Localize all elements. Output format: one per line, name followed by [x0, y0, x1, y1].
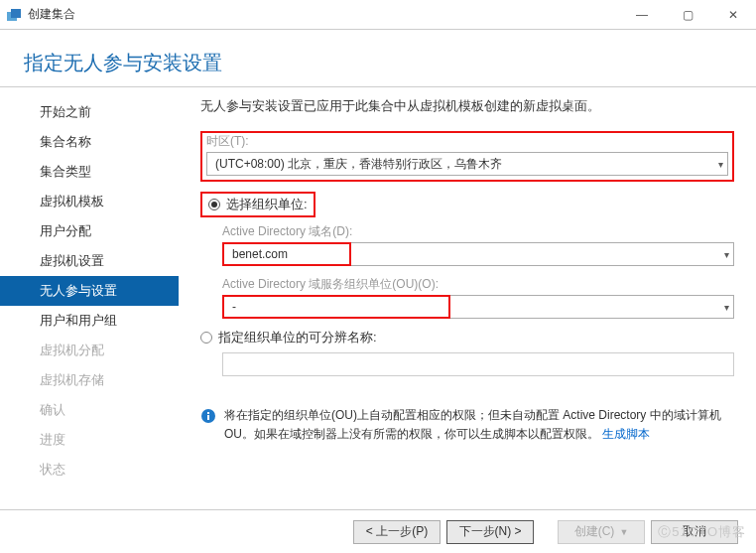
sidebar-item-status: 状态 [0, 455, 179, 484]
sidebar-item-confirm: 确认 [0, 395, 179, 425]
sidebar-item-collection-type[interactable]: 集合类型 [0, 157, 179, 187]
radio-select-ou-highlight: 选择组织单位: [200, 192, 315, 217]
wizard-header: 指定无人参与安装设置 [0, 30, 756, 87]
timezone-value: (UTC+08:00) 北京，重庆，香港特别行政区，乌鲁木齐 [215, 156, 718, 173]
radio-specify-dn[interactable] [200, 332, 212, 344]
ad-domain-label: Active Directory 域名(D): [222, 223, 734, 240]
timezone-dropdown[interactable]: (UTC+08:00) 北京，重庆，香港特别行政区，乌鲁木齐 ▾ [206, 152, 728, 176]
description-text: 无人参与安装设置已应用于此集合中从虚拟机模板创建的新虚拟桌面。 [200, 97, 734, 115]
radio-specify-dn-label: 指定组织单位的可分辨名称: [218, 329, 377, 346]
wizard-footer: < 上一步(P) 下一步(N) > 创建(C)▼ 取消 [0, 509, 756, 553]
sidebar-item-users-groups[interactable]: 用户和用户组 [0, 306, 179, 336]
svg-rect-1 [11, 9, 21, 18]
prev-button[interactable]: < 上一步(P) [353, 520, 441, 544]
titlebar: 创建集合 — ▢ ✕ [0, 0, 756, 30]
sidebar-item-vm-settings[interactable]: 虚拟机设置 [0, 246, 179, 276]
chevron-down-icon: ▾ [724, 302, 729, 313]
sidebar-item-vm-template[interactable]: 虚拟机模板 [0, 187, 179, 216]
cancel-button[interactable]: 取消 [651, 520, 738, 544]
info-text: 将在指定的组织单位(OU)上自动配置相应的权限；但未自动配置 Active Di… [224, 406, 734, 444]
close-icon: ✕ [728, 8, 738, 22]
chevron-down-icon: ▾ [718, 159, 723, 170]
generate-script-link[interactable]: 生成脚本 [602, 427, 650, 441]
sidebar-item-user-assign[interactable]: 用户分配 [0, 216, 179, 246]
wizard-body: 开始之前 集合名称 集合类型 虚拟机模板 用户分配 虚拟机设置 无人参与设置 用… [0, 87, 756, 524]
ad-domain-dropdown[interactable]: ▾ [351, 242, 734, 266]
timezone-label: 时区(T): [206, 133, 728, 150]
window-title: 创建集合 [28, 6, 619, 23]
close-button[interactable]: ✕ [710, 0, 756, 30]
timezone-highlight: 时区(T): (UTC+08:00) 北京，重庆，香港特别行政区，乌鲁木齐 ▾ [200, 131, 734, 182]
svg-rect-4 [207, 412, 209, 414]
window-controls: — ▢ ✕ [619, 0, 756, 30]
svg-rect-3 [207, 415, 209, 420]
chevron-down-icon: ▾ [724, 249, 729, 260]
ad-domain-value: benet.com [232, 247, 345, 261]
ad-ou-value: - [232, 300, 444, 314]
next-button[interactable]: 下一步(N) > [446, 520, 534, 544]
maximize-icon: ▢ [683, 8, 693, 22]
ad-ou-label: Active Directory 域服务组织单位(OU)(O): [222, 276, 734, 293]
ad-ou-highlight: - [222, 295, 450, 319]
ad-ou-row: Active Directory 域服务组织单位(OU)(O): - ▾ [222, 276, 734, 319]
ad-domain-highlight: benet.com [222, 242, 351, 266]
info-panel: 将在指定的组织单位(OU)上自动配置相应的权限；但未自动配置 Active Di… [200, 406, 734, 444]
sidebar-item-vm-storage: 虚拟机存储 [0, 365, 179, 395]
minimize-icon: — [636, 8, 648, 22]
radio-select-ou[interactable] [208, 199, 220, 210]
maximize-button[interactable]: ▢ [665, 0, 710, 30]
radio-select-ou-row: 选择组织单位: [200, 192, 734, 223]
dn-input [222, 352, 734, 376]
page-title: 指定无人参与安装设置 [24, 50, 732, 76]
sidebar-item-collection-name[interactable]: 集合名称 [0, 127, 179, 157]
ad-domain-row: Active Directory 域名(D): benet.com ▾ [222, 223, 734, 266]
chevron-down-icon: ▼ [619, 527, 628, 537]
radio-select-ou-label: 选择组织单位: [226, 196, 308, 213]
sidebar-item-before[interactable]: 开始之前 [0, 97, 179, 127]
sidebar-item-vm-assign: 虚拟机分配 [0, 336, 179, 365]
app-icon [6, 7, 22, 23]
dn-input-row [222, 352, 734, 376]
content-pane: 无人参与安装设置已应用于此集合中从虚拟机模板创建的新虚拟桌面。 时区(T): (… [179, 87, 756, 524]
radio-dn-row: 指定组织单位的可分辨名称: [200, 329, 734, 346]
sidebar: 开始之前 集合名称 集合类型 虚拟机模板 用户分配 虚拟机设置 无人参与设置 用… [0, 87, 179, 524]
create-button: 创建(C)▼ [558, 520, 645, 544]
sidebar-item-unattended[interactable]: 无人参与设置 [0, 276, 179, 306]
minimize-button[interactable]: — [619, 0, 665, 30]
info-icon [200, 408, 216, 424]
sidebar-item-progress: 进度 [0, 425, 179, 455]
ad-ou-dropdown[interactable]: ▾ [450, 295, 734, 319]
